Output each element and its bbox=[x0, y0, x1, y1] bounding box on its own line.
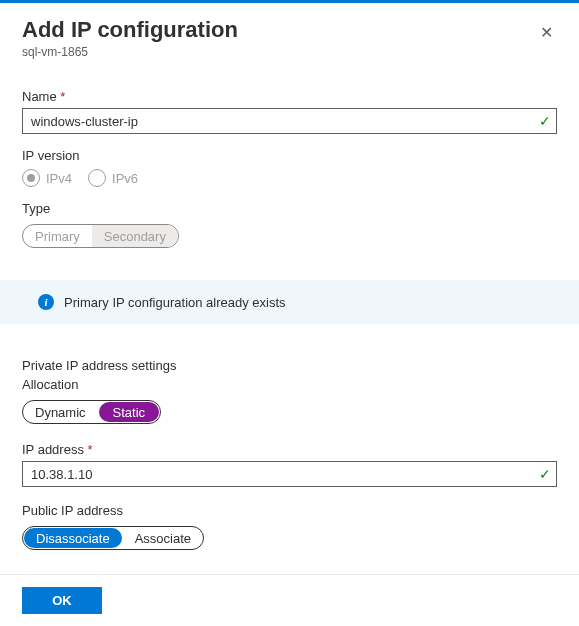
panel-header: Add IP configuration sql-vm-1865 ✕ bbox=[22, 17, 557, 59]
radio-icon bbox=[88, 169, 106, 187]
allocation-dynamic-option[interactable]: Dynamic bbox=[23, 401, 98, 423]
ok-button[interactable]: OK bbox=[22, 587, 102, 614]
public-ip-associate-option[interactable]: Associate bbox=[123, 527, 203, 549]
required-asterisk: * bbox=[88, 442, 93, 457]
public-ip-toggle[interactable]: Disassociate Associate bbox=[22, 526, 204, 550]
private-ip-section-title: Private IP address settings bbox=[22, 358, 557, 373]
info-banner: i Primary IP configuration already exist… bbox=[0, 280, 579, 324]
close-icon: ✕ bbox=[540, 24, 553, 41]
ip-address-label: IP address * bbox=[22, 442, 557, 457]
check-icon: ✓ bbox=[539, 466, 551, 482]
type-label: Type bbox=[22, 201, 557, 216]
type-primary-option: Primary bbox=[23, 225, 92, 247]
info-icon: i bbox=[38, 294, 54, 310]
ip-version-label: IP version bbox=[22, 148, 557, 163]
ipv6-radio: IPv6 bbox=[88, 169, 138, 187]
required-asterisk: * bbox=[60, 89, 65, 104]
panel-subtitle: sql-vm-1865 bbox=[22, 45, 238, 59]
ip-address-input[interactable] bbox=[22, 461, 557, 487]
info-banner-text: Primary IP configuration already exists bbox=[64, 295, 286, 310]
check-icon: ✓ bbox=[539, 113, 551, 129]
allocation-toggle[interactable]: Dynamic Static bbox=[22, 400, 161, 424]
ip-version-group: IPv4 IPv6 bbox=[22, 169, 557, 187]
ipv4-radio: IPv4 bbox=[22, 169, 72, 187]
radio-icon bbox=[22, 169, 40, 187]
name-input[interactable] bbox=[22, 108, 557, 134]
allocation-label: Allocation bbox=[22, 377, 557, 392]
type-toggle: Primary Secondary bbox=[22, 224, 179, 248]
public-ip-disassociate-option[interactable]: Disassociate bbox=[24, 528, 122, 548]
panel-footer: OK bbox=[0, 574, 579, 626]
type-secondary-option: Secondary bbox=[92, 225, 178, 247]
allocation-static-option[interactable]: Static bbox=[99, 402, 160, 422]
name-label: Name * bbox=[22, 89, 557, 104]
close-button[interactable]: ✕ bbox=[536, 21, 557, 45]
public-ip-label: Public IP address bbox=[22, 503, 557, 518]
panel-title: Add IP configuration bbox=[22, 17, 238, 43]
